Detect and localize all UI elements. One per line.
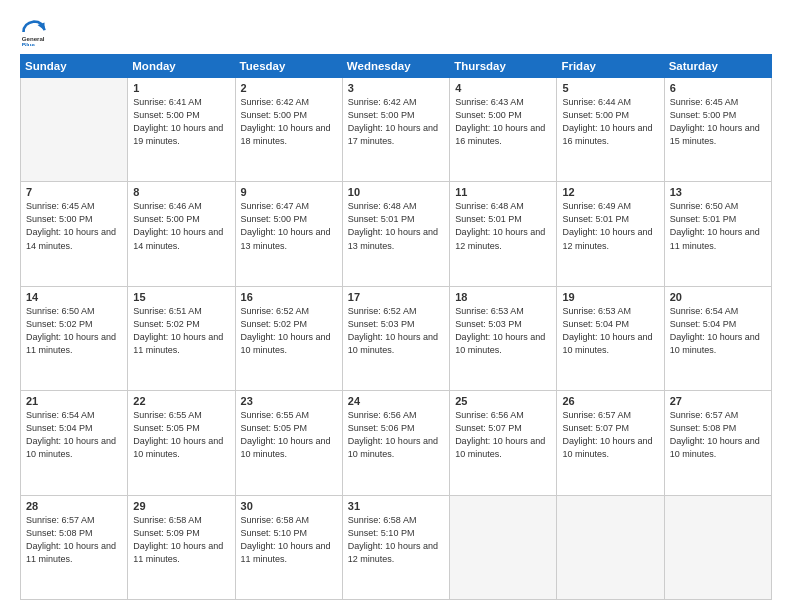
day-number: 1 <box>133 82 229 94</box>
calendar-cell: 7Sunrise: 6:45 AMSunset: 5:00 PMDaylight… <box>21 182 128 286</box>
calendar-cell: 10Sunrise: 6:48 AMSunset: 5:01 PMDayligh… <box>342 182 449 286</box>
page: General Blue SundayMondayTuesdayWednesda… <box>0 0 792 612</box>
day-info: Sunrise: 6:58 AMSunset: 5:09 PMDaylight:… <box>133 514 229 566</box>
day-info: Sunrise: 6:53 AMSunset: 5:04 PMDaylight:… <box>562 305 658 357</box>
day-info: Sunrise: 6:58 AMSunset: 5:10 PMDaylight:… <box>241 514 337 566</box>
calendar-cell: 19Sunrise: 6:53 AMSunset: 5:04 PMDayligh… <box>557 286 664 390</box>
day-number: 3 <box>348 82 444 94</box>
day-number: 18 <box>455 291 551 303</box>
calendar-cell: 15Sunrise: 6:51 AMSunset: 5:02 PMDayligh… <box>128 286 235 390</box>
calendar-cell: 3Sunrise: 6:42 AMSunset: 5:00 PMDaylight… <box>342 78 449 182</box>
day-info: Sunrise: 6:43 AMSunset: 5:00 PMDaylight:… <box>455 96 551 148</box>
calendar-cell: 22Sunrise: 6:55 AMSunset: 5:05 PMDayligh… <box>128 391 235 495</box>
weekday-header-thursday: Thursday <box>450 55 557 78</box>
svg-text:Blue: Blue <box>22 41 36 46</box>
day-number: 9 <box>241 186 337 198</box>
day-info: Sunrise: 6:46 AMSunset: 5:00 PMDaylight:… <box>133 200 229 252</box>
calendar-cell: 28Sunrise: 6:57 AMSunset: 5:08 PMDayligh… <box>21 495 128 599</box>
day-info: Sunrise: 6:50 AMSunset: 5:02 PMDaylight:… <box>26 305 122 357</box>
day-number: 21 <box>26 395 122 407</box>
calendar-cell: 12Sunrise: 6:49 AMSunset: 5:01 PMDayligh… <box>557 182 664 286</box>
calendar-cell <box>450 495 557 599</box>
week-row-3: 21Sunrise: 6:54 AMSunset: 5:04 PMDayligh… <box>21 391 772 495</box>
weekday-header-wednesday: Wednesday <box>342 55 449 78</box>
day-info: Sunrise: 6:48 AMSunset: 5:01 PMDaylight:… <box>348 200 444 252</box>
day-number: 31 <box>348 500 444 512</box>
logo: General Blue <box>20 18 54 46</box>
day-number: 15 <box>133 291 229 303</box>
calendar-cell: 8Sunrise: 6:46 AMSunset: 5:00 PMDaylight… <box>128 182 235 286</box>
calendar-cell: 29Sunrise: 6:58 AMSunset: 5:09 PMDayligh… <box>128 495 235 599</box>
calendar-cell: 4Sunrise: 6:43 AMSunset: 5:00 PMDaylight… <box>450 78 557 182</box>
calendar-cell <box>557 495 664 599</box>
day-number: 27 <box>670 395 766 407</box>
day-info: Sunrise: 6:47 AMSunset: 5:00 PMDaylight:… <box>241 200 337 252</box>
calendar-cell: 24Sunrise: 6:56 AMSunset: 5:06 PMDayligh… <box>342 391 449 495</box>
day-number: 20 <box>670 291 766 303</box>
day-number: 16 <box>241 291 337 303</box>
calendar-cell: 11Sunrise: 6:48 AMSunset: 5:01 PMDayligh… <box>450 182 557 286</box>
calendar-cell: 20Sunrise: 6:54 AMSunset: 5:04 PMDayligh… <box>664 286 771 390</box>
calendar-cell <box>21 78 128 182</box>
day-info: Sunrise: 6:56 AMSunset: 5:07 PMDaylight:… <box>455 409 551 461</box>
day-number: 30 <box>241 500 337 512</box>
day-number: 28 <box>26 500 122 512</box>
day-info: Sunrise: 6:54 AMSunset: 5:04 PMDaylight:… <box>26 409 122 461</box>
calendar-cell: 23Sunrise: 6:55 AMSunset: 5:05 PMDayligh… <box>235 391 342 495</box>
calendar-cell: 26Sunrise: 6:57 AMSunset: 5:07 PMDayligh… <box>557 391 664 495</box>
day-number: 12 <box>562 186 658 198</box>
day-number: 26 <box>562 395 658 407</box>
day-number: 13 <box>670 186 766 198</box>
calendar-cell: 31Sunrise: 6:58 AMSunset: 5:10 PMDayligh… <box>342 495 449 599</box>
day-info: Sunrise: 6:54 AMSunset: 5:04 PMDaylight:… <box>670 305 766 357</box>
calendar-cell: 21Sunrise: 6:54 AMSunset: 5:04 PMDayligh… <box>21 391 128 495</box>
calendar-cell: 30Sunrise: 6:58 AMSunset: 5:10 PMDayligh… <box>235 495 342 599</box>
day-number: 25 <box>455 395 551 407</box>
day-number: 29 <box>133 500 229 512</box>
day-number: 19 <box>562 291 658 303</box>
day-info: Sunrise: 6:57 AMSunset: 5:08 PMDaylight:… <box>670 409 766 461</box>
day-number: 22 <box>133 395 229 407</box>
day-info: Sunrise: 6:42 AMSunset: 5:00 PMDaylight:… <box>241 96 337 148</box>
day-info: Sunrise: 6:42 AMSunset: 5:00 PMDaylight:… <box>348 96 444 148</box>
weekday-header-monday: Monday <box>128 55 235 78</box>
calendar-cell: 6Sunrise: 6:45 AMSunset: 5:00 PMDaylight… <box>664 78 771 182</box>
calendar-cell <box>664 495 771 599</box>
day-number: 8 <box>133 186 229 198</box>
day-number: 5 <box>562 82 658 94</box>
calendar-cell: 1Sunrise: 6:41 AMSunset: 5:00 PMDaylight… <box>128 78 235 182</box>
weekday-header-sunday: Sunday <box>21 55 128 78</box>
day-number: 14 <box>26 291 122 303</box>
weekday-header-row: SundayMondayTuesdayWednesdayThursdayFrid… <box>21 55 772 78</box>
week-row-4: 28Sunrise: 6:57 AMSunset: 5:08 PMDayligh… <box>21 495 772 599</box>
day-info: Sunrise: 6:58 AMSunset: 5:10 PMDaylight:… <box>348 514 444 566</box>
day-number: 7 <box>26 186 122 198</box>
calendar-cell: 16Sunrise: 6:52 AMSunset: 5:02 PMDayligh… <box>235 286 342 390</box>
day-number: 2 <box>241 82 337 94</box>
day-info: Sunrise: 6:49 AMSunset: 5:01 PMDaylight:… <box>562 200 658 252</box>
week-row-0: 1Sunrise: 6:41 AMSunset: 5:00 PMDaylight… <box>21 78 772 182</box>
calendar: SundayMondayTuesdayWednesdayThursdayFrid… <box>20 54 772 600</box>
day-info: Sunrise: 6:57 AMSunset: 5:08 PMDaylight:… <box>26 514 122 566</box>
day-number: 4 <box>455 82 551 94</box>
calendar-cell: 13Sunrise: 6:50 AMSunset: 5:01 PMDayligh… <box>664 182 771 286</box>
day-info: Sunrise: 6:51 AMSunset: 5:02 PMDaylight:… <box>133 305 229 357</box>
header: General Blue <box>20 18 772 46</box>
day-number: 23 <box>241 395 337 407</box>
logo-icon: General Blue <box>20 18 48 46</box>
calendar-cell: 9Sunrise: 6:47 AMSunset: 5:00 PMDaylight… <box>235 182 342 286</box>
calendar-cell: 27Sunrise: 6:57 AMSunset: 5:08 PMDayligh… <box>664 391 771 495</box>
day-info: Sunrise: 6:45 AMSunset: 5:00 PMDaylight:… <box>26 200 122 252</box>
day-info: Sunrise: 6:53 AMSunset: 5:03 PMDaylight:… <box>455 305 551 357</box>
calendar-cell: 18Sunrise: 6:53 AMSunset: 5:03 PMDayligh… <box>450 286 557 390</box>
day-number: 11 <box>455 186 551 198</box>
day-info: Sunrise: 6:56 AMSunset: 5:06 PMDaylight:… <box>348 409 444 461</box>
day-info: Sunrise: 6:48 AMSunset: 5:01 PMDaylight:… <box>455 200 551 252</box>
calendar-cell: 5Sunrise: 6:44 AMSunset: 5:00 PMDaylight… <box>557 78 664 182</box>
calendar-cell: 14Sunrise: 6:50 AMSunset: 5:02 PMDayligh… <box>21 286 128 390</box>
day-info: Sunrise: 6:52 AMSunset: 5:02 PMDaylight:… <box>241 305 337 357</box>
calendar-cell: 17Sunrise: 6:52 AMSunset: 5:03 PMDayligh… <box>342 286 449 390</box>
day-number: 17 <box>348 291 444 303</box>
day-number: 10 <box>348 186 444 198</box>
day-info: Sunrise: 6:55 AMSunset: 5:05 PMDaylight:… <box>241 409 337 461</box>
